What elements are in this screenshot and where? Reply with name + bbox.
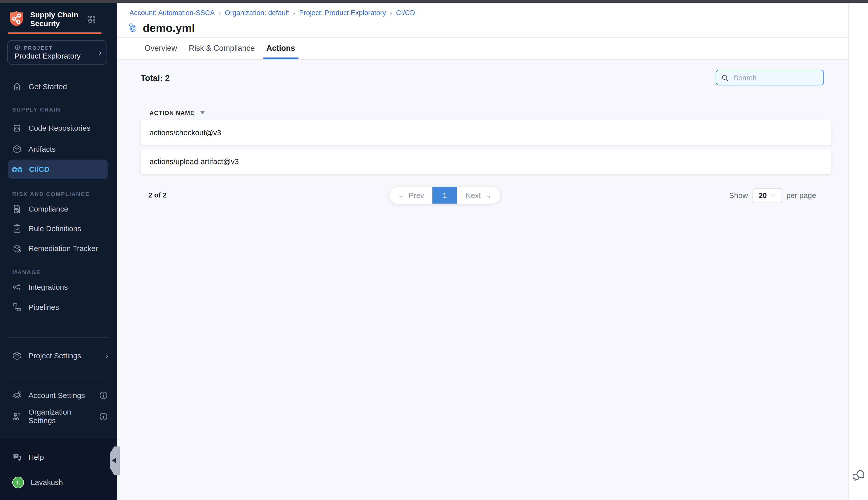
- sidebar-item-label: Compliance: [28, 205, 68, 213]
- sidebar-item-project-settings[interactable]: Project Settings ›: [8, 348, 108, 363]
- pagination-row: 2 of 2 ← Prev 1 Next → Show 20: [141, 187, 831, 204]
- brand-title: Supply Chain Security: [30, 11, 78, 29]
- prev-page-button[interactable]: ← Prev: [389, 187, 432, 204]
- next-page-button[interactable]: Next →: [457, 187, 500, 204]
- total-count: Total: 2: [141, 73, 170, 82]
- sidebar-item-label: Help: [28, 453, 44, 461]
- app-viewport: Supply Chain Security PROJECT Product Ex…: [0, 0, 868, 500]
- page-size-value: 20: [759, 191, 767, 200]
- user-profile[interactable]: L Lavakush: [8, 475, 108, 489]
- browser-chrome-strip: [0, 0, 868, 3]
- sidebar-item-account-settings[interactable]: Account Settings: [8, 387, 108, 403]
- supply-chain-shield-icon: [8, 10, 25, 27]
- sidebar-item-label: Rule Definitions: [28, 224, 81, 232]
- pagination-summary: 2 of 2: [148, 192, 167, 199]
- arrow-left-icon: ←: [398, 191, 405, 200]
- table-column-header: ACTION NAME: [141, 109, 831, 116]
- page-header: Account: Automation-SSCA › Organization:…: [117, 3, 848, 38]
- sidebar-item-compliance[interactable]: Compliance: [8, 201, 108, 217]
- project-cube-icon: [14, 45, 21, 51]
- arrow-right-icon: →: [484, 191, 492, 200]
- code-repository-icon: [12, 123, 22, 133]
- info-icon[interactable]: [99, 411, 108, 421]
- svg-text:?: ?: [15, 454, 17, 457]
- table-row[interactable]: actions/checkout@v3: [141, 120, 831, 145]
- sidebar-item-integrations[interactable]: Integrations: [8, 279, 108, 295]
- search-box[interactable]: [716, 70, 824, 86]
- sidebar-item-label: Artifacts: [28, 145, 56, 153]
- chevron-right-icon: ›: [99, 47, 102, 57]
- prev-label: Prev: [409, 191, 424, 200]
- title-row: demo.yml: [128, 22, 195, 35]
- page-size-select[interactable]: 20: [752, 188, 782, 203]
- clipboard-check-icon: [12, 224, 22, 233]
- sidebar-bottom-section: ? Help L Lavakush: [0, 438, 117, 500]
- show-label: Show: [729, 191, 748, 200]
- sidebar-item-organization-settings[interactable]: Organization Settings: [8, 409, 108, 424]
- project-name: Product Exploratory: [14, 52, 81, 60]
- page-number-button[interactable]: 1: [432, 187, 457, 204]
- sidebar-divider: [8, 337, 109, 338]
- sidebar-item-label: Code Repositories: [28, 124, 90, 132]
- sidebar-item-get-started[interactable]: Get Started: [8, 79, 108, 94]
- actions-content: Total: 2 ACTION NAME actions/checkout@v3…: [117, 60, 848, 500]
- breadcrumb-separator-icon: ›: [219, 9, 221, 17]
- sort-caret-icon[interactable]: [200, 111, 205, 114]
- sidebar-item-help[interactable]: ? Help: [8, 449, 108, 465]
- tab-bar: Overview Risk & Compliance Actions: [117, 38, 848, 60]
- gear-icon: [12, 351, 22, 360]
- sidebar-item-cicd[interactable]: CI/CD: [8, 160, 108, 179]
- sidebar-item-label: Account Settings: [28, 391, 85, 399]
- page-title: demo.yml: [143, 22, 195, 35]
- pagination: ← Prev 1 Next →: [389, 187, 500, 204]
- toolbar: Total: 2: [141, 70, 831, 86]
- sidebar-item-label: Organization Settings: [28, 408, 92, 425]
- sidebar-item-label: CI/CD: [29, 165, 49, 173]
- help-chat-icon: ?: [12, 452, 22, 462]
- sidebar-item-label: Project Settings: [28, 351, 81, 360]
- tab-actions[interactable]: Actions: [263, 38, 299, 59]
- table-row[interactable]: actions/upload-artifact@v3: [141, 149, 831, 174]
- page-size-control: Show 20 per page: [729, 188, 816, 203]
- sidebar: Supply Chain Security PROJECT Product Ex…: [0, 3, 117, 500]
- home-icon: [12, 82, 22, 91]
- sidebar-item-remediation-tracker[interactable]: Remediation Tracker: [8, 240, 108, 256]
- user-name: Lavakush: [31, 478, 63, 486]
- collapse-arrow-icon: [112, 457, 116, 463]
- sidebar-item-label: Pipelines: [28, 303, 59, 311]
- sidebar-item-artifacts[interactable]: Artifacts: [8, 141, 108, 157]
- chevron-down-icon: [771, 193, 776, 198]
- tab-overview[interactable]: Overview: [141, 38, 180, 59]
- info-icon[interactable]: [99, 390, 108, 400]
- sidebar-divider: [8, 377, 109, 377]
- avatar: L: [12, 476, 24, 488]
- search-input[interactable]: [732, 73, 818, 82]
- chat-bubbles-icon[interactable]: [853, 469, 866, 482]
- breadcrumb-organization[interactable]: Organization: default: [225, 9, 289, 17]
- sidebar-item-pipelines[interactable]: Pipelines: [8, 299, 108, 315]
- search-icon: [721, 74, 729, 81]
- cube-icon: [12, 144, 22, 154]
- app-grid-icon[interactable]: [87, 15, 95, 24]
- sidebar-item-label: Remediation Tracker: [28, 244, 98, 252]
- tab-risk-compliance[interactable]: Risk & Compliance: [185, 38, 258, 59]
- chevron-right-icon: ›: [106, 351, 108, 360]
- next-label: Next: [465, 191, 481, 200]
- section-label-risk-compliance: RISK AND COMPLIANCE: [12, 191, 90, 197]
- per-page-label: per page: [786, 191, 816, 200]
- sidebar-item-label: Integrations: [28, 283, 68, 291]
- main-area: Account: Automation-SSCA › Organization:…: [117, 3, 848, 500]
- project-selector[interactable]: PROJECT Product Exploratory ›: [7, 40, 107, 65]
- column-action-name: ACTION NAME: [149, 109, 194, 116]
- breadcrumb-cicd[interactable]: CI/CD: [396, 9, 415, 17]
- sidebar-item-code-repositories[interactable]: Code Repositories: [8, 120, 108, 136]
- breadcrumb: Account: Automation-SSCA › Organization:…: [129, 9, 415, 17]
- sidebar-item-rule-definitions[interactable]: Rule Definitions: [8, 220, 108, 236]
- box-tag-icon: [12, 244, 22, 253]
- breadcrumb-project[interactable]: Project: Product Exploratory: [299, 9, 386, 17]
- brand-logo-row[interactable]: Supply Chain Security: [8, 10, 78, 29]
- breadcrumb-separator-icon: ›: [390, 9, 392, 17]
- breadcrumb-account[interactable]: Account: Automation-SSCA: [129, 9, 215, 17]
- document-search-icon: [12, 204, 22, 214]
- workflow-icon: [128, 23, 139, 33]
